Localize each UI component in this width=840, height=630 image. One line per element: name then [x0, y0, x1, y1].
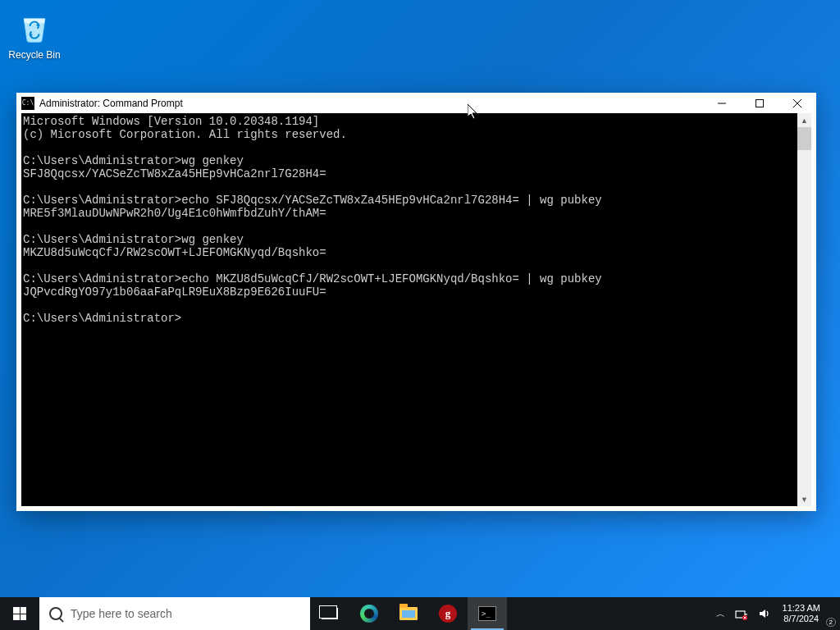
recycle-bin-icon[interactable]: Recycle Bin: [3, 7, 66, 61]
file-explorer-button[interactable]: [389, 597, 428, 630]
windows-logo-icon: [13, 607, 26, 620]
task-view-button[interactable]: [310, 597, 349, 630]
volume-tray-icon[interactable]: [753, 597, 776, 630]
vertical-scrollbar[interactable]: ▲ ▼: [797, 113, 811, 506]
recycle-bin-image: [15, 7, 54, 46]
window-title: Administrator: Command Prompt: [39, 98, 703, 109]
search-input[interactable]: Type here to search: [39, 597, 310, 630]
tray-overflow-button[interactable]: ︿: [711, 597, 730, 630]
start-button[interactable]: [0, 597, 39, 630]
clock-tray[interactable]: 11:23 AM 8/7/2024: [776, 597, 827, 630]
search-placeholder: Type here to search: [71, 607, 172, 620]
cmd-app-icon: C:\: [21, 97, 34, 110]
taskbar: Type here to search g >_ ︿ 11:23 AM 8/: [0, 597, 840, 630]
task-view-icon: [322, 608, 338, 619]
chevron-up-icon: ︿: [716, 608, 725, 620]
red-app-icon: g: [439, 605, 457, 623]
command-prompt-window: C:\ Administrator: Command Prompt Micros…: [16, 93, 816, 511]
titlebar[interactable]: C:\ Administrator: Command Prompt: [16, 93, 816, 113]
network-tray-icon[interactable]: [730, 597, 753, 630]
recycle-bin-label: Recycle Bin: [3, 49, 66, 61]
taskbar-app-red[interactable]: g: [428, 597, 468, 630]
edge-icon: [360, 605, 378, 623]
notifications-tray-button[interactable]: 2: [827, 597, 837, 630]
clock-date: 8/7/2024: [783, 614, 819, 624]
scroll-down-arrow[interactable]: ▼: [797, 492, 811, 506]
cmd-taskbar-icon: >_: [478, 606, 496, 621]
edge-browser-button[interactable]: [349, 597, 389, 630]
notification-count: 2: [826, 618, 836, 627]
folder-icon: [399, 607, 418, 620]
minimize-button[interactable]: [703, 93, 741, 113]
close-button[interactable]: [778, 93, 816, 113]
scrollbar-thumb[interactable]: [797, 127, 811, 150]
clock-time: 11:23 AM: [783, 603, 820, 614]
scroll-up-arrow[interactable]: ▲: [797, 113, 811, 127]
terminal-output[interactable]: Microsoft Windows [Version 10.0.20348.11…: [21, 113, 797, 506]
maximize-button[interactable]: [741, 93, 778, 113]
search-icon: [49, 607, 62, 620]
command-prompt-taskbar-button[interactable]: >_: [468, 597, 507, 630]
svg-rect-1: [756, 99, 764, 107]
